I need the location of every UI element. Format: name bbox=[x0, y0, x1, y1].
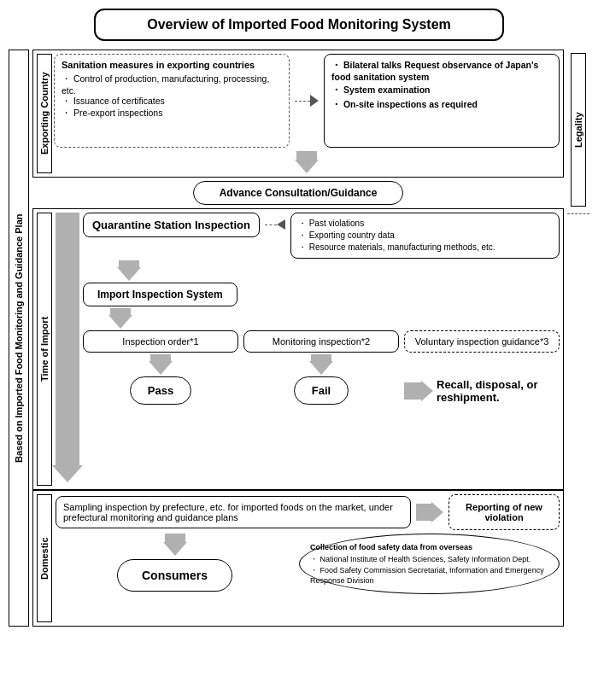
arrow-to-reporting bbox=[416, 502, 443, 522]
arrow-to-recall bbox=[404, 381, 433, 401]
item-certificates: ・ Issuance of certificates bbox=[62, 96, 282, 108]
arrow-to-inspection-types bbox=[108, 308, 132, 329]
advance-consultation-row: Advance Consultation/Guidance bbox=[32, 178, 564, 208]
exporting-country-label: Exporting Country bbox=[37, 54, 52, 173]
pass-box: Pass bbox=[130, 376, 191, 405]
arrow-to-fail bbox=[309, 354, 333, 375]
monitoring-inspection-box: Monitoring inspection*2 bbox=[243, 330, 399, 353]
import-inspection-system-box: Import Inspection System bbox=[83, 283, 237, 306]
fail-box: Fail bbox=[294, 376, 349, 405]
legality-label: Legality bbox=[571, 53, 586, 207]
sanitation-measures-box: Sanitation measures in exporting countri… bbox=[54, 54, 290, 148]
advance-consultation-box: Advance Consultation/Guidance bbox=[193, 181, 404, 205]
ellipse-box: Collection of food safety data from over… bbox=[299, 534, 560, 594]
sanitation-title: Sanitation measures in exporting countri… bbox=[62, 60, 282, 70]
time-of-import-label: Time of Import bbox=[37, 213, 52, 486]
inspection-order-box: Inspection order*1 bbox=[83, 330, 238, 353]
voluntary-inspection-box: Voluntary inspection guidance*3 bbox=[404, 330, 560, 353]
ellipse-item-2: ・ Food Safety Commission Secretariat, In… bbox=[310, 565, 548, 585]
past-violations: ・ Past violations bbox=[298, 218, 552, 230]
on-site-item: ・ On-site inspections as required bbox=[331, 99, 552, 111]
ellipse-title: Collection of food safety data from over… bbox=[310, 543, 548, 551]
guidance-plan-label: Based on Imported Food Monitoring and Gu… bbox=[9, 50, 29, 627]
info-box: ・ Past violations ・ Exporting country da… bbox=[290, 213, 560, 259]
quarantine-station-box: Quarantine Station Inspection bbox=[83, 213, 260, 237]
domestic-label: Domestic bbox=[37, 494, 52, 622]
sampling-box: Sampling inspection by prefecture, etc. … bbox=[56, 496, 411, 528]
item-control: ・ Control of production, manufacturing, … bbox=[62, 73, 282, 96]
arrow-quarantine-to-import bbox=[117, 260, 141, 281]
reporting-box: Reporting of new violation bbox=[448, 494, 560, 530]
arrow-to-pass bbox=[149, 354, 173, 375]
bilateral-talks-box: ・ Bilateral talks Request observance of … bbox=[324, 54, 560, 148]
exporting-country-data: ・ Exporting country data bbox=[298, 230, 552, 242]
page-container: Overview of Imported Food Monitoring Sys… bbox=[0, 0, 598, 635]
page-title: Overview of Imported Food Monitoring Sys… bbox=[94, 9, 504, 41]
arrow-to-consumers bbox=[163, 534, 187, 556]
recall-text: Recall, disposal, or reshipment. bbox=[437, 378, 560, 404]
resource-materials: ・ Resource materials, manufacturing meth… bbox=[298, 242, 552, 254]
arrow-to-advance bbox=[295, 151, 319, 173]
consumers-box: Consumers bbox=[117, 559, 232, 592]
bilateral-item: ・ Bilateral talks Request observance of … bbox=[331, 60, 552, 82]
ellipse-item-1: ・ National Institute of Health Sciences,… bbox=[310, 554, 548, 565]
system-examination-item: ・ System examination bbox=[331, 85, 552, 96]
item-pre-export: ・ Pre-export inspections bbox=[62, 108, 282, 120]
